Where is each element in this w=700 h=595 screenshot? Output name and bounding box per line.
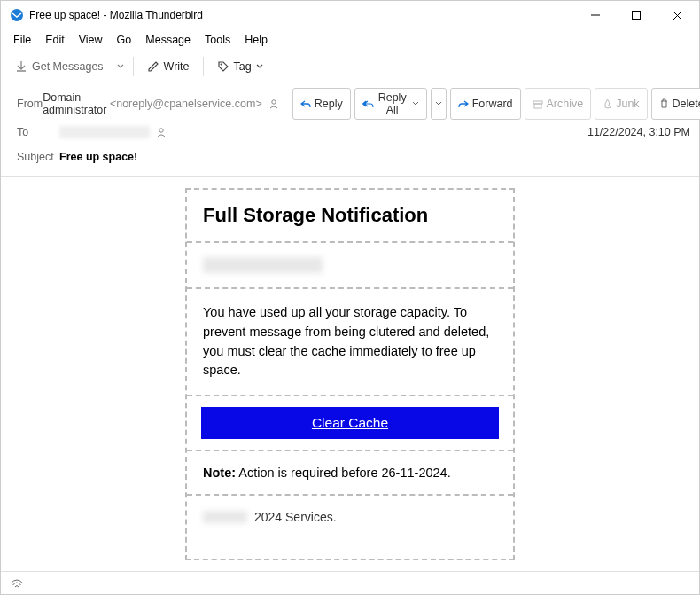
card-note-text: Note: Action is required before 26-11-20… (203, 466, 451, 480)
message-header: From Domain administrator <noreply@cpane… (1, 82, 699, 177)
app-window: Free up space! - Mozilla Thunderbird Fil… (0, 0, 700, 595)
reply-label: Reply (315, 98, 343, 110)
svg-rect-8 (534, 104, 541, 108)
archive-icon (533, 99, 543, 109)
chevron-down-icon (412, 100, 419, 107)
pencil-icon (147, 60, 159, 73)
card-footer-cell: 2024 Services. (187, 496, 513, 538)
card-title-cell: Full Storage Notification (187, 190, 513, 243)
main-toolbar: Get Messages Write Tag (1, 51, 699, 82)
message-actions: Reply Reply All Forward Archive Junk Del… (292, 88, 700, 120)
card-message-cell: You have used up all your storage capaci… (187, 289, 513, 396)
menu-help[interactable]: Help (237, 31, 275, 49)
window-close-button[interactable] (657, 2, 697, 28)
contact-menu-icon[interactable] (268, 98, 280, 110)
online-status-icon[interactable] (10, 578, 24, 589)
get-messages-label: Get Messages (32, 60, 104, 73)
recipient-redacted (203, 257, 323, 273)
delete-button[interactable]: Delete (651, 88, 700, 120)
junk-label: Junk (616, 98, 639, 110)
from-label: From (17, 98, 43, 110)
menu-view[interactable]: View (72, 31, 110, 49)
window-maximize-button[interactable] (616, 2, 657, 28)
archive-label: Archive (547, 98, 584, 110)
reply-all-icon (362, 99, 375, 109)
forward-button[interactable]: Forward (450, 88, 521, 120)
tag-icon (217, 60, 229, 73)
get-messages-button[interactable]: Get Messages (8, 56, 111, 77)
card-recipient-cell (187, 243, 513, 289)
chevron-down-icon (256, 63, 263, 70)
window-title: Free up space! - Mozilla Thunderbird (29, 9, 575, 21)
separator (203, 57, 204, 76)
email-card: Full Storage Notification You have used … (185, 188, 515, 560)
subject-value: Free up space! (59, 151, 137, 163)
to-address-redacted (59, 126, 150, 138)
separator (133, 57, 134, 76)
menu-message[interactable]: Message (138, 31, 198, 49)
menu-file[interactable]: File (6, 31, 38, 49)
tag-label: Tag (234, 60, 252, 73)
message-body: Full Storage Notification You have used … (1, 177, 699, 571)
write-button[interactable]: Write (140, 56, 197, 77)
message-datetime: 11/22/2024, 3:10 PM (587, 126, 690, 138)
reply-button[interactable]: Reply (292, 88, 351, 120)
reply-all-button[interactable]: Reply All (354, 88, 427, 120)
forward-icon (458, 99, 469, 109)
from-name: Domain administrator (43, 91, 106, 116)
menu-go[interactable]: Go (110, 31, 139, 49)
card-note-cell: Note: Action is required before 26-11-20… (187, 451, 513, 496)
junk-button[interactable]: Junk (595, 88, 647, 120)
card-cta-cell: Clear Cache (187, 396, 513, 451)
svg-point-6 (272, 100, 276, 104)
thunderbird-logo-icon (10, 8, 24, 22)
contact-menu-icon[interactable] (155, 126, 167, 138)
footer-redacted (203, 511, 247, 523)
reply-all-split-dropdown[interactable] (431, 88, 447, 120)
from-address: <noreply@cpanelservice.com> (110, 98, 262, 110)
svg-rect-2 (633, 12, 641, 20)
clear-cache-button[interactable]: Clear Cache (201, 407, 499, 439)
menubar: File Edit View Go Message Tools Help (1, 29, 699, 51)
svg-point-9 (159, 129, 163, 132)
footer-text: 2024 Services. (254, 510, 337, 524)
svg-point-5 (220, 63, 222, 65)
status-bar (1, 571, 699, 594)
card-message-text: You have used up all your storage capaci… (203, 303, 497, 380)
delete-label: Delete (673, 98, 700, 110)
window-titlebar: Free up space! - Mozilla Thunderbird (1, 1, 699, 29)
write-label: Write (164, 60, 190, 73)
archive-button[interactable]: Archive (525, 88, 592, 120)
forward-label: Forward (472, 98, 513, 110)
get-messages-dropdown[interactable] (114, 63, 127, 70)
svg-point-0 (11, 9, 23, 21)
menu-edit[interactable]: Edit (38, 31, 72, 49)
reply-all-label: Reply All (378, 91, 407, 116)
menu-tools[interactable]: Tools (198, 31, 237, 49)
flame-icon (603, 98, 612, 109)
to-label: To (17, 126, 59, 138)
card-title: Full Storage Notification (203, 204, 497, 227)
download-icon (15, 60, 27, 73)
trash-icon (659, 98, 669, 109)
reply-icon (300, 99, 311, 109)
window-minimize-button[interactable] (575, 2, 616, 28)
subject-label: Subject (17, 151, 59, 163)
tag-button[interactable]: Tag (210, 56, 270, 77)
